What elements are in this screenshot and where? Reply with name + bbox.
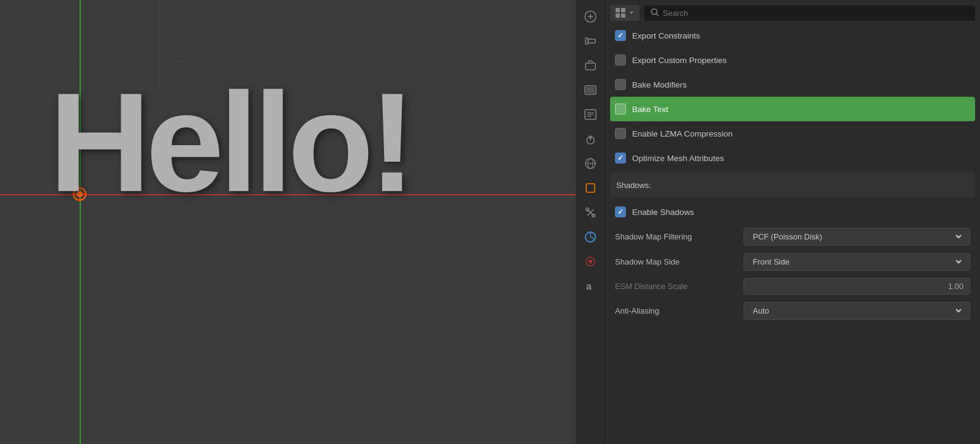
shadow-map-filtering-select[interactable]: PCF (Poisson Disk) No Filtering ESM	[750, 231, 963, 242]
shadow-map-filtering-label: Shadow Map Filtering	[615, 232, 737, 241]
svg-point-46	[589, 260, 592, 263]
object-icon[interactable]	[579, 176, 602, 200]
anti-aliasing-dropdown[interactable]: Auto None 2x MSAA 4x MSAA 8x MSAA	[744, 302, 970, 320]
modifier-icon[interactable]	[579, 225, 602, 249]
search-input[interactable]	[663, 9, 969, 18]
svg-line-54	[657, 13, 659, 16]
bake-modifiers-checkbox[interactable]	[615, 79, 626, 90]
panel-dropdown-button[interactable]	[610, 5, 639, 21]
svg-marker-52	[630, 12, 633, 14]
esm-distance-scale-field[interactable]: 1.00	[744, 278, 970, 295]
svg-rect-30	[588, 39, 595, 43]
enable-lzma-label: Enable LZMA Compression	[632, 129, 970, 138]
shadows-header-label: Shadows:	[616, 181, 969, 190]
shadow-map-filtering-dropdown[interactable]: PCF (Poisson Disk) No Filtering ESM	[744, 228, 970, 246]
export-constraints-row[interactable]: Export Constraints	[610, 23, 975, 48]
bake-text-label: Bake Text	[632, 105, 970, 114]
bake-modifiers-row[interactable]: Bake Modifiers	[610, 72, 975, 97]
shadow-map-filtering-row: Shadow Map Filtering PCF (Poisson Disk) …	[610, 224, 975, 249]
enable-lzma-checkbox[interactable]	[615, 128, 626, 139]
esm-distance-scale-label: ESM Distance Scale	[615, 282, 737, 291]
dropdown-chevron-icon	[628, 10, 635, 16]
bake-modifiers-label: Bake Modifiers	[632, 80, 970, 89]
world-icon[interactable]	[579, 152, 602, 175]
export-constraints-label: Export Constraints	[632, 31, 970, 40]
anti-aliasing-row: Anti-Aliasing Auto None 2x MSAA 4x MSAA …	[610, 298, 975, 323]
bake-text-row[interactable]: Bake Text	[610, 97, 975, 121]
svg-rect-48	[616, 8, 620, 12]
svg-point-53	[652, 9, 657, 14]
svg-rect-51	[621, 13, 625, 18]
tool-icon[interactable]	[579, 5, 602, 28]
svg-text:a: a	[586, 281, 592, 292]
svg-rect-42	[586, 184, 595, 192]
bake-text-checkbox[interactable]	[615, 103, 626, 115]
right-panel: a	[576, 0, 980, 444]
sidebar-icon-strip: a	[576, 0, 605, 444]
settings-list: Export Constraints Export Custom Propert…	[605, 23, 980, 444]
svg-rect-31	[586, 63, 595, 70]
export-custom-properties-label: Export Custom Properties	[632, 56, 970, 65]
enable-shadows-row[interactable]: Enable Shadows	[610, 200, 975, 224]
enable-shadows-checkbox[interactable]	[615, 206, 626, 217]
particles-icon[interactable]: a	[579, 274, 602, 298]
hello-text-object: Hello!	[49, 61, 411, 224]
search-icon	[650, 8, 659, 18]
svg-rect-33	[586, 87, 595, 93]
shadow-map-side-label: Shadow Map Side	[615, 257, 737, 266]
optimize-mesh-label: Optimize Mesh Attributes	[632, 154, 970, 163]
enable-shadows-label: Enable Shadows	[632, 208, 970, 217]
output-icon[interactable]	[579, 103, 602, 126]
anti-aliasing-select[interactable]: Auto None 2x MSAA 4x MSAA 8x MSAA	[750, 306, 963, 316]
render-icon[interactable]	[579, 78, 602, 102]
scene-icon[interactable]	[579, 54, 602, 77]
shadows-section-header: Shadows:	[610, 173, 975, 197]
svg-rect-50	[616, 13, 620, 18]
export-custom-properties-row[interactable]: Export Custom Properties	[610, 48, 975, 72]
wrench-icon[interactable]	[579, 29, 602, 53]
export-custom-properties-checkbox[interactable]	[615, 55, 626, 66]
optimize-mesh-checkbox[interactable]	[615, 152, 626, 164]
data-icon[interactable]	[579, 250, 602, 273]
constraint-icon[interactable]	[579, 201, 602, 224]
shadow-map-side-dropdown[interactable]: Front Side Back Side Both Sides	[744, 253, 970, 271]
3d-viewport[interactable]: Hello!	[0, 0, 576, 444]
material-icon[interactable]	[579, 127, 602, 151]
svg-rect-49	[621, 8, 625, 12]
export-constraints-checkbox[interactable]	[615, 30, 626, 41]
enable-lzma-row[interactable]: Enable LZMA Compression	[610, 121, 975, 146]
shadow-map-side-select[interactable]: Front Side Back Side Both Sides	[750, 257, 963, 267]
properties-panel: Export Constraints Export Custom Propert…	[605, 0, 980, 444]
shadow-map-side-row: Shadow Map Side Front Side Back Side Bot…	[610, 249, 975, 274]
search-container	[644, 6, 975, 21]
anti-aliasing-label: Anti-Aliasing	[615, 306, 737, 315]
optimize-mesh-row[interactable]: Optimize Mesh Attributes	[610, 146, 975, 170]
esm-distance-scale-row: ESM Distance Scale 1.00	[610, 274, 975, 298]
